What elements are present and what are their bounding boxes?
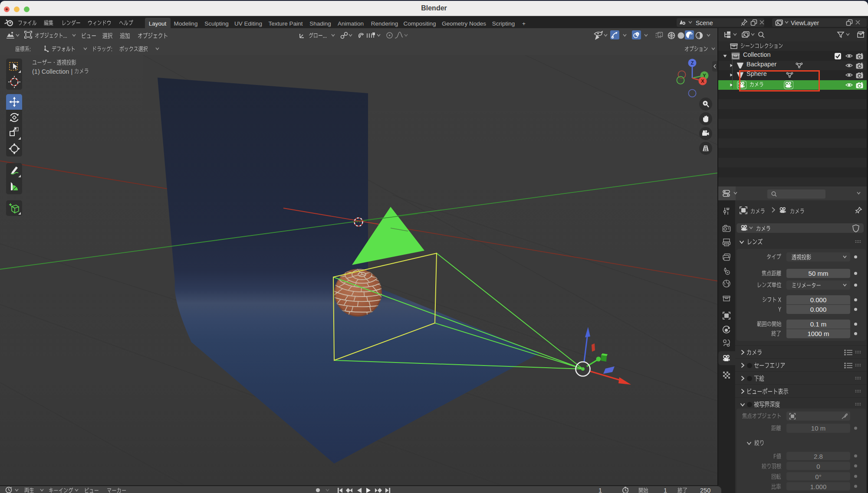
svg-text:X: X <box>701 78 704 84</box>
svg-text:Z: Z <box>691 60 694 65</box>
